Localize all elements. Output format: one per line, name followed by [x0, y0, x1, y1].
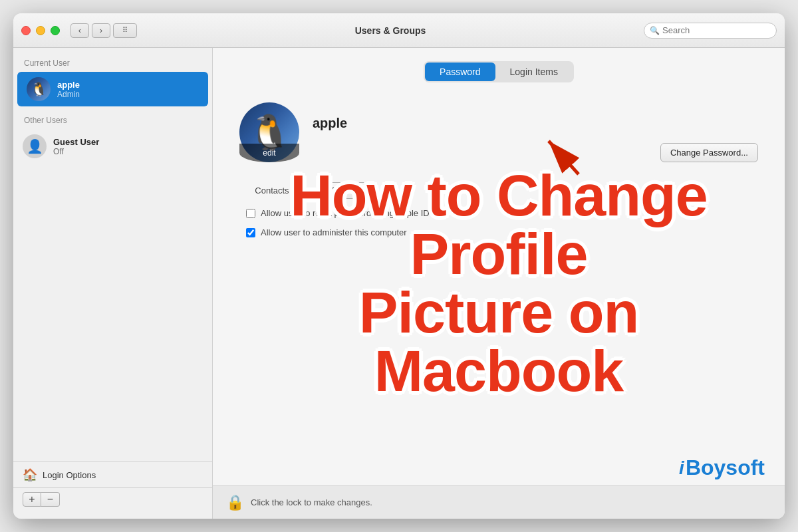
lock-icon[interactable]: 🔒 — [226, 494, 244, 511]
user-name-apple: apple — [57, 80, 80, 90]
search-box[interactable]: 🔍 — [644, 23, 777, 39]
user-info-apple: apple Admin — [57, 80, 80, 99]
checkbox-admin-label: Allow user to administer this computer — [261, 227, 407, 237]
profile-avatar-wrap[interactable]: 🐧 edit — [239, 102, 299, 162]
penguin-icon: 🐧 — [27, 77, 51, 101]
profile-name-section: apple — [313, 102, 647, 131]
titlebar: ‹ › ⠿ Users & Groups 🔍 — [13, 13, 785, 48]
bottom-bar: 🔒 Click the lock to make changes. — [213, 485, 785, 519]
search-icon: 🔍 — [650, 26, 660, 35]
lock-text: Click the lock to make changes. — [251, 497, 372, 507]
sidebar-item-guest[interactable]: 👤 Guest User Off — [13, 129, 212, 164]
user-name-guest: Guest User — [53, 137, 99, 147]
avatar-apple: 🐧 — [27, 77, 51, 101]
back-button[interactable]: ‹ — [70, 23, 89, 38]
current-user-label: Current User — [13, 56, 212, 72]
close-button[interactable] — [21, 26, 31, 35]
tab-login-items[interactable]: Login Items — [495, 63, 573, 81]
remove-user-button[interactable]: − — [41, 492, 60, 507]
fullscreen-button[interactable] — [51, 26, 60, 35]
minimize-button[interactable] — [36, 26, 45, 35]
contacts-card-label: Contacts Card: — [239, 186, 313, 196]
forward-button[interactable]: › — [92, 23, 110, 38]
checkbox-admin-row: Allow user to administer this computer — [239, 227, 758, 237]
traffic-lights — [21, 26, 60, 35]
iboysoft-i: i — [679, 458, 684, 479]
sidebar-bottom-buttons: + − — [13, 487, 212, 511]
tab-password[interactable]: Password — [425, 63, 495, 81]
checkbox-admin[interactable] — [246, 228, 255, 237]
edit-overlay: edit — [239, 144, 299, 162]
search-input[interactable] — [662, 25, 771, 35]
checkbox-reset-password[interactable] — [246, 209, 255, 218]
checkbox-reset-password-label: Allow user to reset password using Apple… — [261, 208, 430, 218]
nav-buttons: ‹ › — [70, 23, 110, 38]
sidebar-item-apple[interactable]: 🐧 apple Admin — [17, 72, 208, 106]
open-contacts-button[interactable]: Open... — [321, 182, 369, 199]
grid-button[interactable]: ⠿ — [113, 23, 137, 38]
change-password-button[interactable]: Change Password... — [660, 143, 758, 162]
main-panel: Password Login Items 🐧 edit apple Change… — [213, 48, 785, 519]
user-info-guest: Guest User Off — [53, 137, 99, 156]
profile-username: apple — [313, 116, 647, 131]
window: ‹ › ⠿ Users & Groups 🔍 Current User 🐧 ap… — [13, 13, 785, 519]
content: Current User 🐧 apple Admin Other Users 👤… — [13, 48, 785, 519]
overlay-line-2: Picture on Macbook — [241, 283, 756, 400]
other-users-label: Other Users — [13, 113, 212, 129]
form-area: Contacts Card: Open... Allow user to res… — [226, 182, 771, 237]
tabs: Password Login Items — [424, 61, 574, 82]
login-options-item[interactable]: 🏠 Login Options — [13, 462, 212, 487]
sidebar: Current User 🐧 apple Admin Other Users 👤… — [13, 48, 213, 519]
user-role-guest: Off — [53, 147, 99, 156]
user-role-apple: Admin — [57, 90, 80, 99]
checkbox-reset-password-row: Allow user to reset password using Apple… — [239, 208, 758, 218]
contacts-card-row: Contacts Card: Open... — [239, 182, 758, 199]
add-user-button[interactable]: + — [23, 492, 41, 507]
profile-section: 🐧 edit apple Change Password... — [226, 102, 771, 162]
iboysoft-brand: i Boysoft — [679, 456, 765, 480]
guest-icon: 👤 — [23, 134, 47, 158]
avatar-guest: 👤 — [23, 134, 47, 158]
window-title: Users & Groups — [137, 25, 644, 36]
login-options-label: Login Options — [43, 470, 96, 480]
home-icon: 🏠 — [23, 467, 37, 482]
iboysoft-name: Boysoft — [686, 456, 765, 480]
